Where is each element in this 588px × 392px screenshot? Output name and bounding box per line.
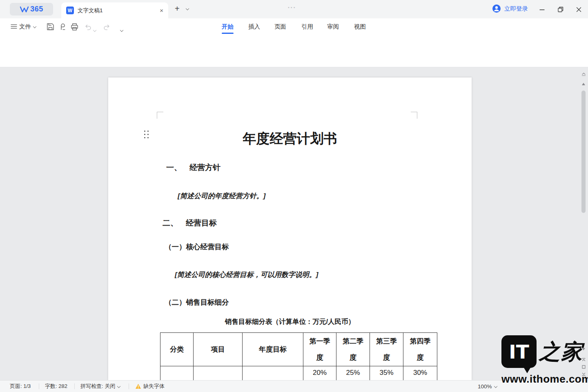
tab-home[interactable]: 开始 [222, 18, 234, 35]
ithome-watermark: IT 之家 www.ithome.com [501, 335, 585, 385]
print-button[interactable] [70, 22, 79, 33]
spell-check-chevron-icon [117, 385, 120, 388]
undo-chevron-icon[interactable] [93, 29, 96, 32]
divider [39, 383, 39, 389]
file-menu-chevron-icon [33, 25, 36, 28]
window-drag-dots: ••• [288, 5, 296, 10]
missing-font-warning[interactable]: 缺失字体 [135, 381, 165, 392]
ribbon-toolbar: 格式刷 粘贴 宋体 二号 A⁺ A⁻ wén 文 B I U A X² A A [0, 35, 588, 67]
save-button[interactable] [46, 22, 55, 33]
scroll-up-icon[interactable] [582, 83, 585, 85]
new-tab-button[interactable]: + [175, 4, 180, 13]
document-tab[interactable]: W 文字文稿1 × [61, 2, 168, 18]
th-item: 项目 [194, 333, 243, 366]
sales-target-table[interactable]: 分类 项目 年度目标 第一季度 第二季度 第三季度 第四季度 20% 25% 3… [160, 332, 437, 380]
new-tab-chevron-icon[interactable] [186, 7, 189, 10]
margin-mark-right [411, 112, 417, 119]
ithome-cn-text: 之家 [539, 335, 583, 368]
minimize-button[interactable] [537, 5, 546, 14]
doc-heading-1: 一、 经营方针 [166, 162, 220, 173]
th-category: 分类 [160, 333, 194, 366]
cell-q3: 35% [370, 366, 403, 381]
tab-page[interactable]: 页面 [274, 18, 286, 35]
tab-view[interactable]: 视图 [354, 18, 366, 35]
ithome-url: www.ithome.com [501, 373, 585, 385]
file-menu-label: 文件 [19, 23, 31, 31]
doc-paragraph-1: [简述公司的年度经营方针。] [178, 191, 265, 201]
wps-365-logo[interactable]: 365 [10, 3, 53, 16]
doc-title: 年度经营计划书 [108, 130, 472, 148]
export-pdf-button[interactable] [58, 22, 67, 33]
collapse-ribbon-icon[interactable] [581, 71, 586, 78]
th-q4: 第四季度 [403, 333, 437, 366]
writer-doc-icon: W [66, 7, 74, 14]
document-canvas[interactable]: 年度经营计划书 一、 经营方针 [简述公司的年度经营方针。] 二、 经营目标 （… [0, 67, 588, 380]
logo-tail [523, 367, 531, 373]
page-indicator[interactable]: 页面: 1/3 [10, 381, 31, 392]
divider [129, 383, 129, 389]
tab-reference[interactable]: 引用 [301, 18, 313, 35]
avatar-icon [492, 4, 501, 13]
zoom-level[interactable]: 100% [478, 381, 497, 392]
cell-q1: 20% [303, 366, 336, 381]
doc-paragraph-2: [简述公司的核心经营目标，可以用数字说明。] [175, 270, 318, 279]
menu-bar: 文件 开始 插入 页面 引用 审阅 视图 [0, 18, 588, 35]
document-page[interactable]: 年度经营计划书 一、 经营方针 [简述公司的年度经营方针。] 二、 经营目标 （… [108, 78, 472, 380]
missing-font-label: 缺失字体 [143, 383, 165, 390]
undo-button[interactable] [84, 23, 92, 33]
th-q1: 第一季度 [303, 333, 336, 366]
tab-title: 文字文稿1 [78, 7, 160, 14]
zoom-chevron-icon [494, 385, 497, 388]
close-window-button[interactable] [574, 5, 583, 14]
title-bar: 365 W 文字文稿1 × + ••• 立即登录 [0, 0, 588, 18]
ithome-logo: IT [501, 335, 537, 368]
qat-customize-chevron-icon[interactable] [120, 29, 123, 32]
doc-heading-2: 二、 经营目标 [163, 218, 217, 228]
doc-subheading-1: （一）核心经营目标 [165, 242, 229, 252]
word-count[interactable]: 字数: 282 [45, 381, 67, 392]
tab-insert[interactable]: 插入 [248, 18, 260, 35]
file-menu[interactable]: 文件 [11, 18, 36, 35]
doc-subheading-2: （二）销售目标细分 [165, 297, 229, 307]
login-label: 立即登录 [504, 5, 528, 13]
th-q2: 第二季度 [336, 333, 370, 366]
tab-review[interactable]: 审阅 [327, 18, 339, 35]
spell-check-status[interactable]: 拼写检查: 关闭 [80, 381, 120, 392]
warning-icon [135, 383, 141, 389]
wps-logo-icon [20, 6, 29, 13]
th-q3: 第三季度 [370, 333, 403, 366]
login-button[interactable]: 立即登录 [492, 4, 528, 13]
cell-q2: 25% [336, 366, 370, 381]
scrollbar-thumb[interactable] [581, 91, 586, 213]
close-tab-icon[interactable]: × [160, 7, 163, 14]
restore-button[interactable] [556, 5, 565, 14]
divider [74, 383, 75, 389]
th-annual-target: 年度目标 [243, 333, 303, 366]
vertical-scrollbar[interactable] [580, 67, 587, 380]
table-row: 20% 25% 35% 30% [160, 366, 437, 381]
margin-mark-left [157, 112, 163, 119]
table-header-row: 分类 项目 年度目标 第一季度 第二季度 第三季度 第四季度 [160, 333, 437, 366]
cell-q4: 30% [403, 366, 437, 381]
status-bar: 页面: 1/3 字数: 282 拼写检查: 关闭 缺失字体 100% − + [0, 380, 588, 392]
active-tab-underline [222, 33, 234, 34]
redo-button[interactable] [103, 23, 111, 33]
logo-text: 365 [30, 5, 43, 13]
hamburger-icon [11, 24, 17, 29]
table-caption: 销售目标细分表（计算单位：万元/人民币） [108, 317, 472, 326]
